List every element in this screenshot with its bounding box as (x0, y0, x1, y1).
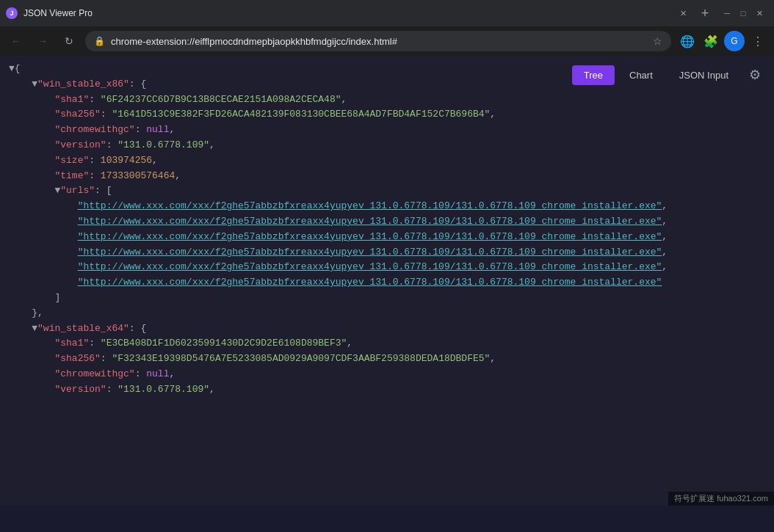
new-tab-button[interactable]: + (695, 3, 715, 23)
main-content: Tree Chart JSON Input ⚙ ▼{ ▼"win_stable_… (0, 56, 774, 506)
window-controls: ─ □ ✕ (721, 7, 765, 19)
extensions-icon[interactable]: 🧩 (701, 31, 721, 51)
lock-icon: 🔒 (94, 36, 105, 46)
maximize-button[interactable]: □ (737, 7, 749, 19)
url-2: "http://www.xxx.com/xxx/f2ghe57abbzbfxre… (9, 214, 765, 230)
x64-sha1-line: "sha1": "E3CB408D1F1D60235991430D2C9D2E6… (9, 336, 765, 351)
view-controls: Tree Chart JSON Input ⚙ (572, 63, 767, 87)
json-viewer: ▼{ ▼"win_stable_x86": { "sha1": "6F24237… (0, 56, 774, 506)
urls-close: ] (9, 291, 765, 306)
translate-icon[interactable]: 🌐 (677, 31, 698, 51)
urls-line: ▼"urls": [ (9, 183, 765, 199)
json-input-button[interactable]: JSON Input (668, 65, 740, 85)
win-x64-arrow[interactable]: ▼ (32, 323, 37, 334)
version-line: "version": "131.0.6778.109", (9, 138, 765, 153)
tree-view-button[interactable]: Tree (572, 65, 615, 85)
x64-version-line: "version": "131.0.6778.109", (9, 382, 765, 398)
minimize-button[interactable]: ─ (721, 7, 733, 19)
url-1: "http://www.xxx.com/xxx/f2ghe57abbzbfxre… (9, 199, 765, 214)
bookmark-icon[interactable]: ☆ (653, 35, 662, 47)
browser-chrome: J JSON Viewer Pro ✕ + ─ □ ✕ ← → ↻ 🔒 chro… (0, 0, 774, 56)
close-button[interactable]: ✕ (753, 7, 765, 19)
footer-text: 符号扩展迷 fuhao321.com (674, 494, 768, 503)
win-x86-arrow[interactable]: ▼ (32, 79, 37, 90)
tab-title-text: JSON Viewer Pro (23, 8, 671, 18)
url-6: "http://www.xxx.com/xxx/f2ghe57abbzbfxre… (9, 275, 765, 291)
url-box[interactable]: 🔒 chrome-extension://eifflpmocdndmepbjao… (85, 31, 671, 51)
win-x64-line: ▼"win_stable_x64": { (9, 321, 765, 337)
chart-view-button[interactable]: Chart (618, 65, 665, 85)
win-x86-close: }, (9, 306, 765, 321)
time-line: "time": 1733300576464, (9, 169, 765, 184)
profile-icon[interactable]: G (724, 31, 745, 51)
back-button[interactable]: ← (6, 31, 26, 51)
url-4: "http://www.xxx.com/xxx/f2ghe57abbzbfxre… (9, 245, 765, 260)
toolbar-right: 🌐 🧩 G ⋮ (677, 31, 768, 51)
footer: 符号扩展迷 fuhao321.com (668, 492, 774, 506)
url-text: chrome-extension://eifflpmocdndmepbjaopk… (111, 36, 647, 47)
title-bar: J JSON Viewer Pro ✕ + ─ □ ✕ (0, 0, 774, 26)
forward-button[interactable]: → (32, 31, 53, 51)
url-3: "http://www.xxx.com/xxx/f2ghe57abbzbfxre… (9, 230, 765, 245)
reload-button[interactable]: ↻ (59, 31, 79, 51)
menu-icon[interactable]: ⋮ (748, 31, 768, 51)
root-arrow[interactable]: ▼ (9, 63, 15, 74)
url-5: "http://www.xxx.com/xxx/f2ghe57abbzbfxre… (9, 260, 765, 275)
tab-close-button[interactable]: ✕ (677, 7, 689, 19)
x64-chromewithgc-line: "chromewithgc": null, (9, 367, 765, 382)
address-bar: ← → ↻ 🔒 chrome-extension://eifflpmocdndm… (0, 26, 774, 56)
settings-button[interactable]: ⚙ (743, 63, 767, 87)
tab-favicon: J (6, 7, 18, 19)
x64-sha256-line: "sha256": "F32343E19398D5476A7E5233085AD… (9, 351, 765, 367)
size-line: "size": 103974256, (9, 153, 765, 169)
chromewithgc-line: "chromewithgc": null, (9, 123, 765, 138)
sha256-line: "sha256": "1641D513C9E382F3FD26ACA482139… (9, 107, 765, 123)
sha1-line: "sha1": "6F24237CC6D7B9C13B8CECAE2151A09… (9, 92, 765, 108)
